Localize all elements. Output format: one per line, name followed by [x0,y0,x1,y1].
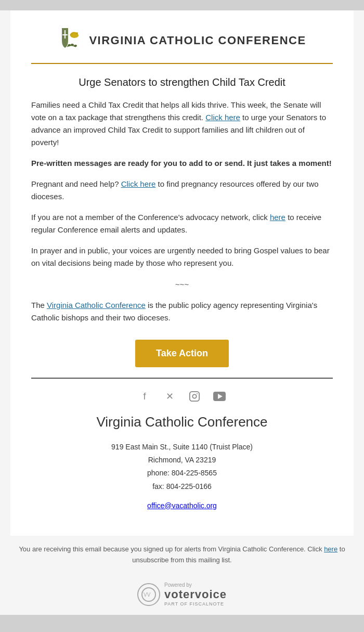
votervoice-logo: VV Powered by votervoice PART OF FISCALN… [137,582,227,607]
vcc-link[interactable]: Virginia Catholic Conference [47,301,146,309]
fiscalnote-label: PART OF FISCALNOTE [164,601,224,607]
fax: fax: 804-225-0166 [31,480,333,493]
unsubscribe-section: You are receiving this email because you… [0,536,364,574]
svg-point-8 [192,394,196,398]
paragraph-3: If you are not a member of the Conferenc… [31,211,333,236]
powered-by-label: Powered by [164,582,192,588]
youtube-icon[interactable] [212,389,227,404]
votervoice-brand: votervoice [164,588,227,601]
svg-text:VV: VV [144,592,151,598]
logo-icon [58,26,84,55]
divider-text: ~~~ [31,280,333,289]
social-icons-container: f ✕ [31,389,333,404]
click-here-link-2[interactable]: Click here [121,179,156,188]
take-action-button[interactable]: Take Action [135,340,229,367]
votervoice-text: Powered by votervoice PART OF FISCALNOTE [164,582,227,607]
votervoice-icon: VV [137,583,160,606]
footer-address: 919 East Main St., Suite 1140 (Truist Pl… [31,441,333,493]
address-line-2: Richmond, VA 23219 [31,454,333,467]
paragraph-5: The Virginia Catholic Conference is the … [31,299,333,324]
instagram-icon[interactable] [187,389,202,404]
logo-container: VIRGINIA CATHOLIC CONFERENCE [31,26,333,55]
header: VIRGINIA CATHOLIC CONFERENCE [31,26,333,64]
bold-section: Pre-written messages are ready for you t… [31,157,333,170]
svg-rect-7 [190,392,199,401]
paragraph-1: Families need a Child Tax Credit that he… [31,99,333,149]
section-divider [31,378,333,379]
svg-point-6 [74,45,77,47]
unsubscribe-link[interactable]: here [324,545,337,553]
click-here-link-1[interactable]: Click here [205,113,240,122]
footer-email: office@vacatholic.org [31,501,333,510]
paragraph-2: Pregnant and need help? Click here to fi… [31,178,333,203]
facebook-icon[interactable]: f [137,389,152,404]
twitter-x-icon[interactable]: ✕ [162,389,177,404]
svg-point-3 [76,32,78,34]
advocacy-network-link[interactable]: here [270,213,285,222]
footer-org-name: Virginia Catholic Conference [31,414,333,430]
unsubscribe-text-before: You are receiving this email because you… [19,545,324,553]
svg-point-9 [197,393,198,394]
powered-by-section: VV Powered by votervoice PART OF FISCALN… [0,574,364,615]
paragraph-4: In prayer and in public, your voices are… [31,244,333,269]
page-title: Urge Senators to strengthen Child Tax Cr… [31,76,333,88]
cta-section: Take Action [31,340,333,367]
svg-rect-1 [62,34,68,35]
paragraph-3-before: If you are not a member of the Conferenc… [31,213,270,222]
paragraph-5-before: The [31,301,47,309]
phone: phone: 804-225-8565 [31,467,333,480]
footer-email-link[interactable]: office@vacatholic.org [147,501,217,510]
paragraph-2-before: Pregnant and need help? [31,179,121,188]
address-line-1: 919 East Main St., Suite 1140 (Truist Pl… [31,441,333,454]
logo-text: VIRGINIA CATHOLIC CONFERENCE [89,34,306,47]
